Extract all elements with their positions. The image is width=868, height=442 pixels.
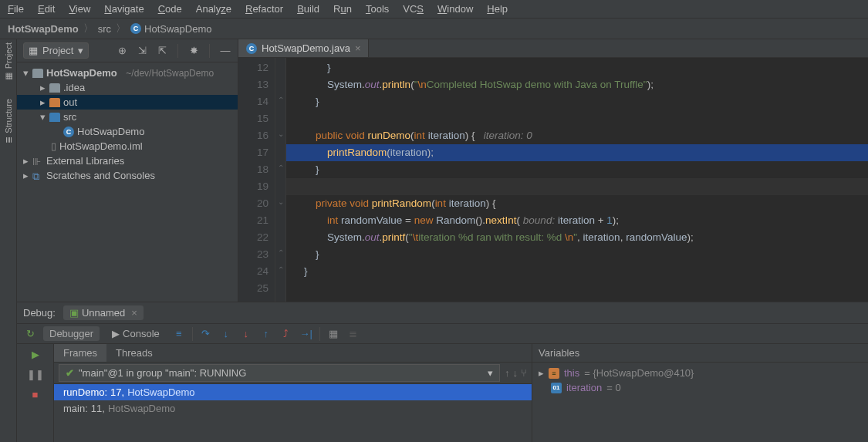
stack-frame[interactable]: main:11, HotSwapDemo xyxy=(54,400,532,417)
fold-column[interactable]: ⌃⌄⌃⌄⌃⌃ xyxy=(275,58,286,302)
menu-view[interactable]: View xyxy=(69,3,90,15)
menu-analyze[interactable]: Analyze xyxy=(196,3,231,15)
menu-code[interactable]: Code xyxy=(158,3,182,15)
run-config-name[interactable]: Unnamed xyxy=(82,307,125,319)
close-icon[interactable]: × xyxy=(355,42,361,54)
debug-label: Debug: xyxy=(23,307,56,319)
gear-icon[interactable]: ✸ xyxy=(187,45,200,57)
breadcrumb-class[interactable]: C HotSwapDemo xyxy=(130,23,211,35)
chevron-down-icon: ▾ xyxy=(488,367,493,379)
project-tree[interactable]: ▾ HotSwapDemo ~/dev/HotSwapDemo ▸ .idea … xyxy=(17,62,238,302)
variable-row[interactable]: ▸ ≡ this = {HotSwapDemo@410} xyxy=(539,366,862,380)
variables-title: Variables xyxy=(532,344,868,363)
tree-out[interactable]: ▸ out xyxy=(17,95,238,110)
debug-toolbar: ↻ Debugger ▶ Console ≡ ↷ ↓ ↓ ↑ ⤴ →| ▦ ≣ xyxy=(17,324,868,344)
console-tab[interactable]: ▶ Console xyxy=(106,326,166,341)
menu-navigate[interactable]: Navigate xyxy=(104,3,144,15)
breadcrumb-src[interactable]: src xyxy=(98,23,111,35)
code-editor[interactable]: 1213141516171819202122232425 ⌃⌄⌃⌄⌃⌃ } Sy… xyxy=(238,58,868,302)
pause-icon[interactable]: ❚❚ xyxy=(29,367,42,381)
chevron-right-icon[interactable]: ▸ xyxy=(39,96,46,108)
menu-vcs[interactable]: VCS xyxy=(403,3,424,15)
drop-frame-icon[interactable]: ⤴ xyxy=(279,327,293,341)
force-step-into-icon[interactable]: ↓ xyxy=(239,327,253,341)
stop-icon[interactable]: ■ xyxy=(29,387,42,401)
editor-tab[interactable]: C HotSwapDemo.java × xyxy=(238,39,369,57)
tree-iml[interactable]: ▯ HotSwapDemo.iml xyxy=(17,139,238,154)
tree-idea[interactable]: ▸ .idea xyxy=(17,80,238,95)
chevron-right-icon[interactable]: ▸ xyxy=(39,82,46,93)
collapse-all-icon[interactable]: ⇱ xyxy=(156,45,168,57)
filter-icon[interactable]: ⑂ xyxy=(521,367,527,379)
folder-icon xyxy=(49,83,60,93)
trace-icon[interactable]: ≣ xyxy=(346,327,360,341)
menu-build[interactable]: Build xyxy=(297,3,319,15)
chevron-down-icon[interactable]: ▾ xyxy=(22,67,29,79)
run-to-cursor-icon[interactable]: →| xyxy=(299,327,313,341)
rail-structure-button[interactable]: ≣ Structure xyxy=(3,99,13,143)
tree-class[interactable]: C HotSwapDemo xyxy=(17,124,238,139)
evaluate-icon[interactable]: ▦ xyxy=(326,327,340,341)
chevron-right-icon: 〉 xyxy=(83,22,93,35)
stack-frame[interactable]: runDemo:17, HotSwapDemo xyxy=(54,384,532,400)
scratches-icon: ⧉ xyxy=(32,170,43,181)
menu-edit[interactable]: Edit xyxy=(38,3,55,15)
tree-src[interactable]: ▾ src xyxy=(17,110,238,124)
chevron-right-icon[interactable]: ▸ xyxy=(22,155,29,167)
next-frame-icon[interactable]: ↓ xyxy=(513,367,518,379)
menu-file[interactable]: File xyxy=(8,3,24,15)
variable-row[interactable]: 01 iteration = 0 xyxy=(539,380,862,395)
step-over-icon[interactable]: ↷ xyxy=(199,327,213,341)
chevron-down-icon[interactable]: ▾ xyxy=(39,111,46,123)
variables-panel: Variables ▸ ≡ this = {HotSwapDemo@410} 0… xyxy=(532,344,868,442)
project-panel: ▦ Project ▾ ⊕ ⇲ ⇱ ✸ — ▾ xyxy=(17,39,238,302)
resume-icon[interactable]: ▶ xyxy=(29,347,42,361)
rerun-icon[interactable]: ↻ xyxy=(23,327,37,341)
menu-refactor[interactable]: Refactor xyxy=(245,3,283,15)
prev-frame-icon[interactable]: ↑ xyxy=(505,367,510,379)
step-out-icon[interactable]: ↑ xyxy=(259,327,273,341)
folder-icon xyxy=(49,98,60,107)
tree-scratches[interactable]: ▸ ⧉ Scratches and Consoles xyxy=(17,168,238,183)
debugger-tab[interactable]: Debugger xyxy=(43,326,100,341)
chevron-right-icon[interactable]: ▸ xyxy=(22,170,29,181)
rail-project-button[interactable]: ▦ Project xyxy=(3,42,13,82)
class-icon: C xyxy=(130,23,141,34)
check-icon: ✔ xyxy=(66,367,74,379)
menu-help[interactable]: Help xyxy=(487,3,508,15)
debug-controls: ▶ ❚❚ ■ xyxy=(17,344,54,442)
locate-icon[interactable]: ⊕ xyxy=(116,45,128,57)
run-config-icon: ▣ xyxy=(69,307,79,319)
menu-window[interactable]: Window xyxy=(437,3,473,15)
project-toolbar: ▦ Project ▾ ⊕ ⇲ ⇱ ✸ — xyxy=(17,39,238,62)
expand-all-icon[interactable]: ⇲ xyxy=(136,45,148,57)
code-body[interactable]: } System.out.println("\nCompleted HotSwa… xyxy=(286,58,868,302)
editor-panel: C HotSwapDemo.java × 1213141516171819202… xyxy=(238,39,868,302)
stack-frames[interactable]: runDemo:17, HotSwapDemo main:11, HotSwap… xyxy=(54,384,532,442)
show-exec-point-icon[interactable]: ≡ xyxy=(172,327,186,341)
step-into-icon[interactable]: ↓ xyxy=(219,327,233,341)
path-label: ~/dev/HotSwapDemo xyxy=(126,68,214,79)
console-icon: ▶ xyxy=(112,328,120,339)
project-view-dropdown[interactable]: ▦ Project ▾ xyxy=(23,42,89,59)
menu-tools[interactable]: Tools xyxy=(366,3,389,15)
variables-list[interactable]: ▸ ≡ this = {HotSwapDemo@410} 01 iteratio… xyxy=(532,363,868,442)
project-icon: ▦ xyxy=(29,45,38,56)
close-icon[interactable]: × xyxy=(131,307,137,319)
breadcrumb-root[interactable]: HotSwapDemo xyxy=(8,23,79,35)
threads-tab[interactable]: Threads xyxy=(106,344,162,362)
hide-icon[interactable]: — xyxy=(219,45,231,57)
frames-panel: Frames Threads ✔ "main"@1 in group "main… xyxy=(54,344,532,442)
menu-bar: File Edit View Navigate Code Analyze Ref… xyxy=(0,0,868,19)
debug-title-bar: Debug: ▣ Unnamed × xyxy=(17,302,868,324)
chevron-right-icon[interactable]: ▸ xyxy=(539,367,544,379)
thread-dropdown[interactable]: ✔ "main"@1 in group "main": RUNNING ▾ xyxy=(59,364,500,382)
frames-tab[interactable]: Frames xyxy=(54,344,106,362)
gutter[interactable]: 1213141516171819202122232425 xyxy=(238,58,275,302)
tree-libs[interactable]: ▸ ⊪ External Libraries xyxy=(17,154,238,168)
debug-panel: Debug: ▣ Unnamed × ↻ Debugger ▶ Console … xyxy=(17,302,868,442)
editor-tabs: C HotSwapDemo.java × xyxy=(238,39,868,58)
tree-root[interactable]: ▾ HotSwapDemo ~/dev/HotSwapDemo xyxy=(17,66,238,80)
menu-run[interactable]: Run xyxy=(333,3,352,15)
primitive-icon: 01 xyxy=(551,383,562,393)
